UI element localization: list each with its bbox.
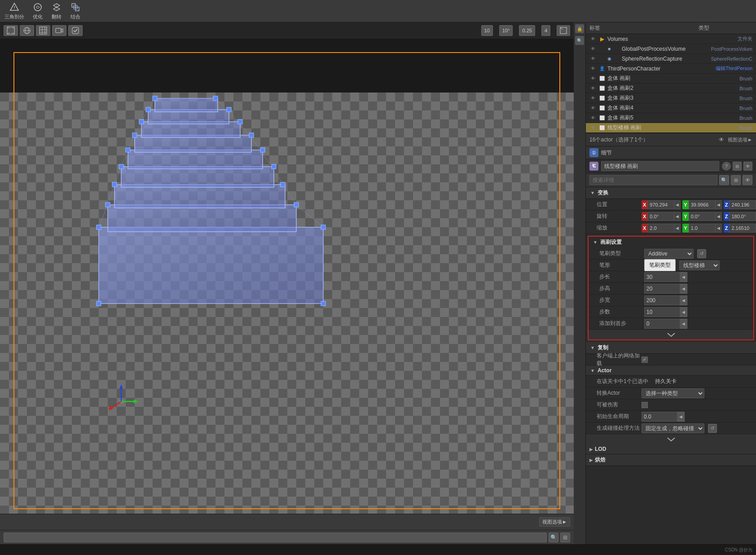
scale-value: X ◀ Y ◀ Z ◀ ↺	[642, 224, 756, 233]
eye-brush4[interactable]: 👁	[589, 105, 597, 112]
step-count-spinner-btn[interactable]: ◀	[680, 307, 687, 317]
step-height-input[interactable]	[644, 284, 680, 294]
scale-y-arrow[interactable]: ◀	[716, 224, 722, 233]
pos-z-input[interactable]	[729, 200, 756, 209]
num-10-btn[interactable]: 10	[481, 25, 493, 36]
viewport-search-icon[interactable]: 🔍	[549, 533, 558, 542]
perspective-btn[interactable]	[4, 25, 18, 36]
spawn-method-select[interactable]: 固定生成，忽略碰撞	[642, 423, 704, 433]
rot-y-arrow[interactable]: ◀	[716, 212, 722, 221]
eye-sphere[interactable]: 👁	[589, 55, 597, 62]
rot-z-input[interactable]	[729, 212, 756, 221]
svg-line-11	[7, 32, 9, 34]
camera-btn[interactable]	[52, 25, 66, 36]
eye-brush2[interactable]: 👁	[589, 85, 597, 92]
eye-volumes[interactable]: 👁	[589, 35, 597, 43]
spawn-lifetime-spinner-btn[interactable]: ◀	[677, 412, 685, 422]
toolbar-optimize[interactable]: 优化	[32, 2, 43, 20]
num-4-btn[interactable]: 4	[541, 25, 550, 36]
eye-brush5[interactable]: 👁	[589, 115, 597, 122]
sd-grid-icon[interactable]: ⊞	[731, 175, 741, 185]
scene-area[interactable]	[0, 39, 574, 514]
pen-type-reset[interactable]: ↺	[697, 249, 706, 258]
eye-brush3[interactable]: 👁	[589, 95, 597, 102]
object-name-input[interactable]	[601, 161, 719, 171]
scale-y-input[interactable]	[689, 224, 716, 233]
lock-icon[interactable]: 🔒	[575, 24, 584, 33]
brush-chevron-center[interactable]	[589, 330, 753, 339]
pen-shape-select[interactable]: 线型楼梯 螺旋楼梯	[679, 260, 720, 270]
outliner-item-brush5[interactable]: 👁 ⬜ 盒体 画刷5 Brush	[586, 113, 756, 123]
grid-btn[interactable]	[36, 25, 50, 36]
outliner-item-character[interactable]: 👁 👤 ThirdPersonCharacter 编辑ThirdPerson	[586, 64, 756, 74]
view-options-label[interactable]: 视图选项►	[728, 137, 752, 143]
rot-y-input[interactable]	[689, 212, 716, 221]
bake-section-header[interactable]: ▶ 烘焙	[586, 454, 756, 466]
view-mode-btn[interactable]	[20, 25, 34, 36]
checkbox-btn[interactable]	[68, 25, 83, 36]
details-help-btn[interactable]: ?	[722, 162, 731, 171]
eye-stairbrush[interactable]: 👁	[589, 124, 597, 132]
pos-x-input[interactable]	[647, 200, 674, 209]
eye-brush1[interactable]: 👁	[589, 75, 597, 82]
search-side-icon[interactable]: 🔍	[575, 36, 584, 45]
step-height-spinner-btn[interactable]: ◀	[680, 284, 687, 294]
outliner-item-postprocess[interactable]: 👁 ■ GlobalPostProcessVolume PostProcessV…	[586, 44, 756, 54]
num-025-btn[interactable]: 0.25	[519, 25, 535, 36]
rot-x-arrow[interactable]: ◀	[674, 212, 681, 221]
maximize-btn[interactable]	[557, 25, 570, 36]
outliner-item-brush4[interactable]: 👁 ⬜ 盒体 画刷4 Brush	[586, 103, 756, 113]
toolbar-combine[interactable]: 结合	[70, 2, 81, 20]
pos-x-arrow[interactable]: ◀	[674, 200, 681, 209]
damageable-checkbox[interactable]	[642, 402, 648, 408]
add-first-step-label: 添加到首步	[599, 320, 644, 327]
viewport-search-input[interactable]	[4, 533, 547, 542]
rot-x-input[interactable]	[647, 212, 674, 221]
rotation-value: X ◀ Y ◀ Z ◀ ↺	[642, 212, 756, 221]
sd-search-icon[interactable]: 🔍	[719, 175, 729, 185]
stairbrush-name: 线型楼梯 画刷	[607, 124, 739, 132]
spawn-lifetime-input[interactable]	[642, 412, 677, 422]
step-width-input[interactable]	[644, 295, 680, 305]
details-grid-icon[interactable]: ⊞	[733, 162, 742, 171]
search-details-input[interactable]	[589, 175, 717, 185]
scale-z-input[interactable]	[729, 224, 756, 233]
eye-filter-icon[interactable]: 👁	[717, 135, 726, 144]
pos-y-input[interactable]	[689, 200, 716, 209]
toolbar-flip[interactable]: 翻转	[51, 2, 62, 20]
add-first-step-spinner: ◀	[644, 319, 687, 329]
client-load-checkbox[interactable]	[642, 357, 648, 363]
eye-postprocess[interactable]: 👁	[589, 45, 597, 53]
actor-chevron-center[interactable]	[586, 434, 756, 444]
brush-section-header[interactable]: ▼ 画刷设置	[589, 237, 753, 248]
outliner-item-sphere[interactable]: 👁 ◉ SphereReflectionCapture SphereReflec…	[586, 54, 756, 64]
outliner-item-volumes[interactable]: 👁 ▶ Volumes 文件夹	[586, 34, 756, 44]
pos-y-arrow[interactable]: ◀	[716, 200, 722, 209]
pen-type-select[interactable]: Additive Subtractive	[644, 249, 694, 259]
details-eye-icon[interactable]: 👁	[743, 162, 752, 171]
outliner-item-brush3[interactable]: 👁 ⬜ 盒体 画刷3 Brush	[586, 93, 756, 103]
actor-section-header[interactable]: ▼ Actor	[586, 366, 756, 376]
outliner-item-brush2[interactable]: 👁 ⬜ 盒体 画刷2 Brush	[586, 84, 756, 93]
step-count-input[interactable]	[644, 307, 680, 317]
brush-type-btn[interactable]: 笔刷类型	[644, 259, 676, 271]
lod-section-header[interactable]: ▶ LOD	[586, 444, 756, 454]
eye-character[interactable]: 👁	[589, 65, 597, 72]
add-first-step-input[interactable]	[644, 319, 680, 329]
step-length-input[interactable]	[644, 272, 680, 282]
convert-select[interactable]: 选择一种类型	[642, 388, 704, 398]
transform-section-header[interactable]: ▼ 变换	[586, 187, 756, 199]
add-first-step-spinner-btn[interactable]: ◀	[680, 319, 687, 329]
viewport-grid-icon[interactable]: ⊞	[560, 533, 570, 542]
num-10deg-btn[interactable]: 10°	[499, 25, 513, 36]
toolbar-triangle[interactable]: 三角剖分	[4, 2, 24, 20]
step-length-spinner-btn[interactable]: ◀	[680, 272, 687, 282]
step-width-spinner-btn[interactable]: ◀	[680, 295, 687, 305]
spawn-method-reset[interactable]: ↺	[708, 424, 717, 433]
outliner-item-brush1[interactable]: 👁 ⬜ 盒体 画刷 Brush	[586, 74, 756, 84]
sd-eye-icon[interactable]: 👁	[743, 175, 752, 185]
outliner-item-stairbrush[interactable]: 👁 ⬜ 线型楼梯 画刷 Brush	[586, 123, 756, 133]
view-options-btn[interactable]: 视图选项►	[539, 517, 570, 527]
scale-x-input[interactable]	[647, 224, 674, 233]
scale-x-arrow[interactable]: ◀	[674, 224, 681, 233]
